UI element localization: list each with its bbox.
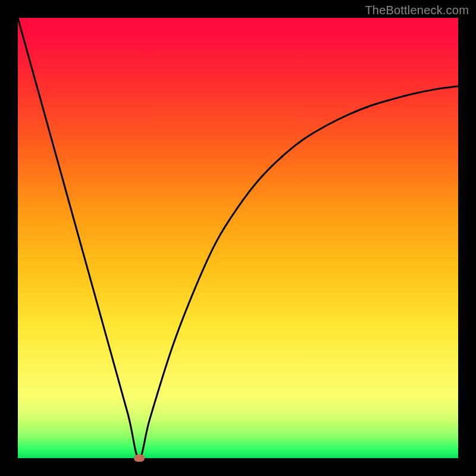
chart-frame: TheBottleneck.com <box>0 0 476 476</box>
watermark-text: TheBottleneck.com <box>365 4 469 17</box>
minimum-marker <box>134 455 145 462</box>
bottleneck-curve <box>18 18 458 458</box>
curve-svg <box>18 18 458 458</box>
plot-area <box>18 18 458 458</box>
